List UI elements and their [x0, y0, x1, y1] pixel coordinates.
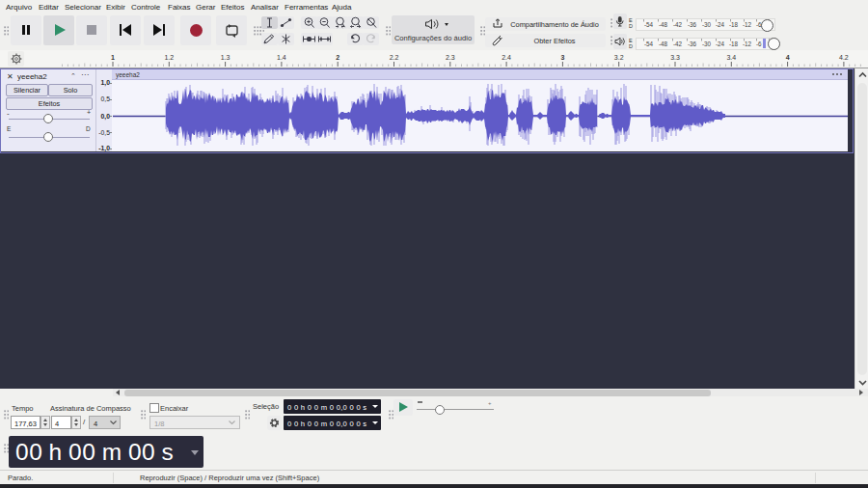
svg-text:1.3: 1.3 [221, 54, 231, 61]
svg-text:3.2: 3.2 [614, 54, 624, 61]
svg-text:4: 4 [786, 54, 790, 61]
svg-text:4.2: 4.2 [839, 54, 849, 61]
svg-text:1: 1 [111, 54, 115, 61]
svg-text:2.4: 2.4 [502, 54, 511, 61]
svg-text:3.4: 3.4 [726, 54, 736, 61]
svg-text:2: 2 [336, 54, 339, 61]
svg-text:2.2: 2.2 [390, 54, 399, 61]
svg-text:3: 3 [560, 54, 564, 61]
svg-text:3.3: 3.3 [670, 54, 680, 61]
svg-text:2.3: 2.3 [446, 54, 455, 61]
svg-text:1.4: 1.4 [277, 54, 286, 61]
svg-text:1.2: 1.2 [164, 54, 174, 61]
